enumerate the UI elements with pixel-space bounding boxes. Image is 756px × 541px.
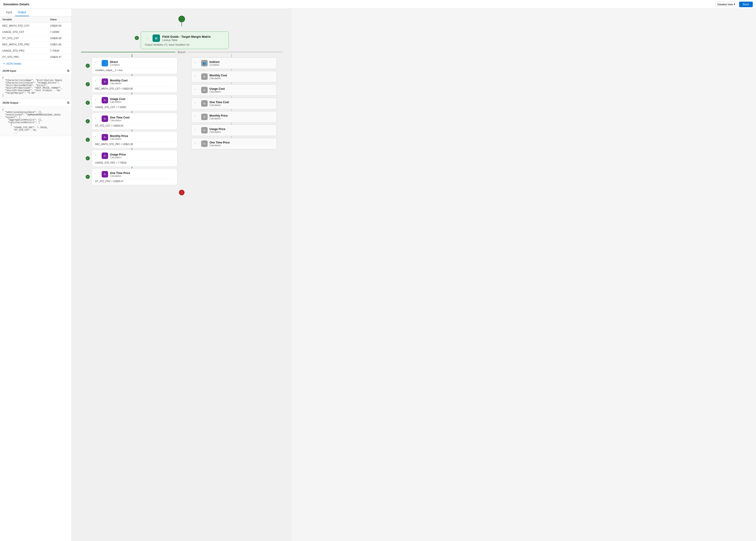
branch-label: Branch	[175, 50, 189, 54]
table-row: REC_MNTH_STD_PRCUS$21.05	[0, 41, 72, 48]
v-connector-left	[132, 74, 132, 76]
json-details-toggle[interactable]: ∨ JSON Details	[0, 60, 72, 67]
right-calc-node: › fx One Time Cost Calculation	[191, 98, 277, 109]
direct-condition-wrapper: ✓ › 👥 Direct Condition condition_output_…	[86, 57, 178, 74]
left-nodes-container: ✓ › fx Monthly Cost Calculation REC_MNTH…	[86, 74, 178, 185]
lookup-node: › ⊞ Field Guide - Target Margin Matrix L…	[141, 31, 229, 49]
calc-icon: fx	[102, 97, 108, 103]
check-badge: ✓	[86, 175, 90, 179]
node-value: USAGE_STD_PRC = 7.70526	[95, 160, 174, 164]
left-calc-node: › fx Monthly Cost Calculation REC_MNTH_S…	[92, 76, 177, 93]
branch-line-right	[188, 52, 283, 52]
indirect-spacer	[185, 61, 189, 65]
page-title: Simulation Details	[3, 3, 29, 6]
expand-icon[interactable]: ›	[95, 135, 100, 140]
right-node-wrapper: › fx One Time Cost Calculation	[185, 98, 278, 109]
node-type: Calculation	[210, 77, 227, 80]
expand-icon[interactable]: ›	[95, 98, 100, 103]
lookup-expand-icon[interactable]: ›	[145, 35, 150, 41]
json-input-section: JSON Input ⧉ { "CharacteristicName": "Di…	[0, 67, 72, 99]
v-connector-right	[231, 96, 232, 98]
v-line-right-top	[231, 54, 232, 57]
node-type: Calculation	[210, 91, 225, 93]
back-button[interactable]: Back	[739, 2, 753, 7]
tab-bar: Input Output	[0, 9, 72, 16]
tab-input[interactable]: Input	[3, 9, 15, 16]
calc-icon-gray: fx	[201, 141, 208, 147]
check-badge: ✓	[86, 101, 90, 105]
right-spacer	[185, 115, 189, 119]
view-select[interactable]: Detailed View ▾	[715, 2, 737, 7]
node-value: OT_STD_PRC = US$29.47	[95, 179, 174, 183]
node-type: Calculation	[110, 119, 129, 122]
node-type: Calculation	[210, 117, 228, 120]
node-type: Calculation	[210, 131, 226, 133]
left-calc-node: › fx Usage Price Calculation USAGE_STD_P…	[92, 150, 177, 167]
calc-icon: fx	[102, 153, 108, 159]
expand-icon[interactable]: ›	[195, 74, 199, 79]
right-spacer	[185, 101, 189, 106]
expand-icon[interactable]: ›	[95, 79, 100, 84]
left-node-wrapper: ✓ › fx Monthly Cost Calculation REC_MNTH…	[86, 76, 178, 93]
indirect-expand[interactable]: ›	[195, 61, 199, 66]
direct-type: Condition	[110, 64, 120, 66]
direct-expand[interactable]: ›	[95, 61, 100, 66]
direct-title: Direct	[110, 60, 120, 64]
right-node-wrapper: › fx Monthly Price Calculation	[185, 111, 278, 123]
node-title: Monthly Cost	[210, 74, 227, 77]
node-value: OT_STD_CST = US$28.00	[95, 123, 174, 127]
expand-icon[interactable]: ›	[195, 128, 199, 133]
expand-icon[interactable]: ›	[195, 101, 199, 106]
node-title: Monthly Cost	[110, 79, 128, 82]
expand-icon[interactable]: ›	[195, 88, 199, 92]
table-row: OT_STD_CSTUS$28.00	[0, 35, 72, 41]
direct-condition-node: › 👥 Direct Condition condition_output__1…	[92, 57, 177, 74]
left-calc-node: › fx One Time Price Calculation OT_STD_P…	[92, 169, 177, 185]
start-node	[179, 16, 185, 22]
calc-icon-gray: fx	[201, 73, 208, 80]
chevron-down-icon: ∨	[3, 62, 5, 65]
left-branch: ✓ › 👥 Direct Condition condition_output_…	[86, 54, 178, 185]
node-title: One Time Cost	[210, 101, 229, 104]
copy-icon-2[interactable]: ⧉	[67, 101, 69, 105]
right-node-wrapper: › fx Usage Price Calculation	[185, 125, 278, 136]
node-title: One Time Price	[210, 141, 230, 144]
check-badge: ✓	[86, 138, 90, 142]
calc-icon-gray: fx	[201, 100, 208, 107]
node-value: USAGE_STD_CST = 7.32000	[95, 105, 174, 109]
json-input-header: JSON Input ⧉	[0, 67, 72, 75]
table-row: USAGE_STD_PRC7.70526	[0, 48, 72, 54]
right-calc-node: › fx Monthly Cost Calculation	[191, 71, 277, 82]
json-details-label: JSON Details	[6, 62, 21, 65]
left-node-wrapper: ✓ › fx One Time Price Calculation OT_STD…	[86, 169, 178, 185]
v-connector-left	[132, 111, 132, 113]
calc-icon: fx	[102, 134, 108, 141]
table-row: REC_MNTH_STD_CSTUS$20.00	[0, 23, 72, 29]
v-line-left-top	[132, 54, 132, 57]
calc-icon-gray: fx	[201, 87, 208, 93]
check-badge: ✓	[86, 119, 90, 123]
tab-output[interactable]: Output	[15, 9, 29, 16]
branch-line-left	[81, 52, 175, 52]
lookup-title: Field Guide - Target Margin Matrix	[162, 35, 211, 38]
branch-columns: ✓ › 👥 Direct Condition condition_output_…	[81, 54, 283, 185]
copy-icon[interactable]: ⧉	[67, 69, 69, 73]
expand-icon[interactable]: ›	[195, 115, 199, 119]
right-calc-node: › fx One Time Price Calculation	[191, 138, 277, 150]
lookup-check-badge: ✓	[135, 36, 139, 40]
calc-icon-gray: fx	[201, 114, 208, 120]
expand-icon[interactable]: ›	[95, 116, 100, 121]
calc-icon: fx	[102, 78, 108, 85]
direct-value: condition_output__1 = true	[95, 68, 174, 72]
variables-table: Variable Value REC_MNTH_STD_CSTUS$20.00U…	[0, 16, 72, 60]
lookup-table-icon: ⊞	[153, 34, 160, 42]
flow-canvas: ✓ › ⊞ Field Guide - Target Margin Matrix…	[72, 9, 292, 541]
expand-icon[interactable]: ›	[195, 141, 199, 146]
left-node-wrapper: ✓ › fx Usage Cost Calculation USAGE_STD_…	[86, 94, 178, 111]
expand-icon[interactable]: ›	[95, 172, 100, 177]
right-calc-node: › fx Monthly Price Calculation	[191, 111, 277, 123]
view-select-label: Detailed View	[717, 3, 733, 6]
indirect-title: Indirect	[210, 60, 220, 64]
expand-icon[interactable]: ›	[95, 154, 100, 158]
lookup-vars: Output Variables (7), Input Variables (4…	[145, 43, 225, 46]
